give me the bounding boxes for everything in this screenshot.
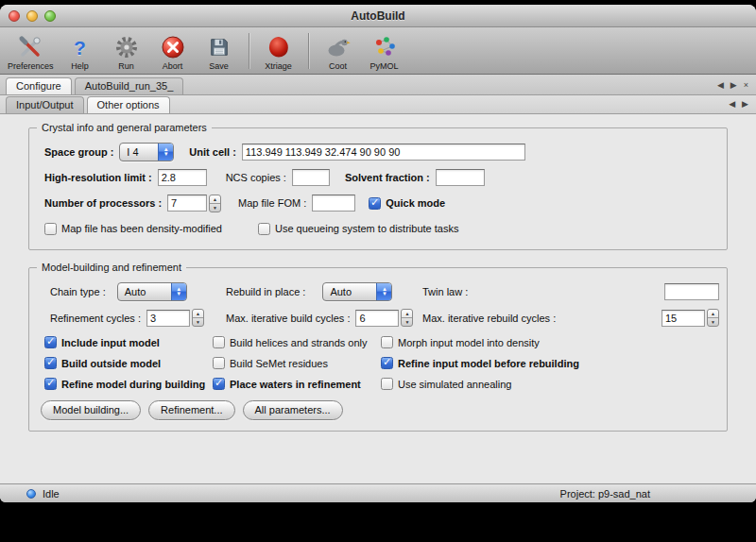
refinement-cycles-stepper[interactable]: ▲▼ [192, 309, 204, 327]
stepper-up-icon[interactable]: ▲ [210, 195, 220, 204]
preferences-icon [18, 34, 43, 60]
refinement-button[interactable]: Refinement... [148, 400, 234, 420]
model-form-grid: Chain type : Auto ▲▼ Rebuild in place : … [44, 282, 719, 327]
stepper-down-icon[interactable]: ▼ [708, 318, 718, 326]
status-text: Idle [43, 488, 60, 500]
model-building-button[interactable]: Model building... [41, 400, 141, 420]
tab-autobuild-run[interactable]: AutoBuild_run_35_ [75, 77, 184, 94]
space-group-dropdown[interactable]: I 4 ▲▼ [119, 143, 174, 161]
toolbar-label: Coot [329, 61, 347, 71]
checkbox-label: Refine input model before rebuilding [398, 358, 579, 369]
tab-scroll-right-icon[interactable]: ▶ [742, 100, 748, 109]
form-row: Number of processors : ▲▼ Map file FOM :… [44, 194, 719, 212]
build-cycles-stepper[interactable]: ▲▼ [401, 309, 413, 327]
solvent-fraction-input[interactable] [436, 169, 485, 186]
dropdown-value: Auto [118, 283, 171, 300]
all-parameters-button[interactable]: All parameters... [243, 400, 343, 420]
place-waters-checkbox[interactable]: Place waters in refinement [213, 378, 381, 390]
processors-input[interactable] [167, 195, 207, 212]
stepper-down-icon[interactable]: ▼ [402, 318, 412, 326]
model-building-section: Model-building and refinement Chain type… [28, 267, 728, 432]
refine-input-model-checkbox[interactable]: Refine input model before rebuilding [381, 357, 719, 369]
toolbar-button-save[interactable]: Save [199, 34, 239, 71]
rebuild-in-place-dropdown[interactable]: Auto ▲▼ [322, 282, 392, 301]
rebuild-cycles-stepper[interactable]: ▲▼ [707, 309, 719, 327]
toolbar-label: Help [71, 61, 89, 71]
zoom-window-button[interactable] [44, 10, 56, 22]
space-group-label: Space group : [44, 146, 113, 158]
toolbar-button-pymol[interactable]: PyMOL [365, 34, 404, 71]
stepper-down-icon[interactable]: ▼ [210, 204, 220, 212]
checkbox-icon [258, 223, 270, 235]
processors-stepper[interactable]: ▲▼ [209, 195, 221, 212]
tab-other-options[interactable]: Other options [87, 96, 170, 113]
options-panel: Crystal info and general parameters Spac… [0, 114, 756, 483]
stepper-up-icon[interactable]: ▲ [402, 310, 412, 318]
checkbox-icon [44, 336, 57, 348]
form-cell: Refinement cycles : ▲▼ [44, 309, 226, 327]
toolbar-button-xtriage[interactable]: Xtriage [259, 34, 299, 71]
build-semet-residues-checkbox[interactable]: Build SeMet residues [213, 357, 381, 369]
rebuild-in-place-label: Rebuild in place : [226, 286, 305, 297]
form-cell: Chain type : Auto ▲▼ [44, 282, 226, 301]
tab-configure[interactable]: Configure [6, 77, 72, 94]
refine-during-building-checkbox[interactable]: Refine model during building [44, 378, 213, 390]
refinement-cycles-input[interactable] [146, 310, 190, 327]
toolbar-button-preferences[interactable]: Preferences [8, 34, 54, 71]
checkbox-icon [369, 197, 381, 210]
status-dot-icon [26, 489, 36, 499]
simulated-annealing-checkbox[interactable]: Use simulated annealing [381, 378, 719, 390]
build-cycles-input[interactable] [355, 310, 399, 327]
save-floppy-icon [208, 34, 231, 60]
model-buttons-row: Model building... Refinement... All para… [41, 400, 719, 420]
rebuild-cycles-input[interactable] [662, 310, 705, 327]
window-controls [9, 10, 56, 22]
stepper-up-icon[interactable]: ▲ [708, 310, 718, 318]
checkbox-label: Include input model [61, 337, 160, 348]
checkbox-label: Build SeMet residues [230, 358, 328, 369]
tab-scroll-right-icon[interactable]: ▶ [730, 81, 737, 90]
checkbox-icon [213, 336, 225, 348]
form-cell: Rebuild in place : Auto ▲▼ [226, 282, 422, 301]
tab-close-icon[interactable]: × [744, 81, 748, 90]
toolbar-separator [308, 33, 309, 69]
stepper-down-icon[interactable]: ▼ [193, 318, 203, 326]
ncs-copies-input[interactable] [292, 169, 330, 186]
project-label: Project: p9-sad_nat [560, 488, 650, 500]
twin-law-input[interactable] [664, 283, 719, 300]
stepper-up-icon[interactable]: ▲ [193, 310, 203, 318]
chain-type-dropdown[interactable]: Auto ▲▼ [117, 282, 187, 301]
checkbox-icon [44, 378, 57, 390]
tab-scroll-left-icon[interactable]: ◀ [717, 81, 724, 90]
tab-scroll-left-icon[interactable]: ◀ [729, 100, 735, 109]
checkbox-icon [381, 357, 393, 369]
form-cell: Max. iterative build cycles : ▲▼ [226, 309, 422, 327]
dropdown-arrows-icon: ▲▼ [171, 283, 186, 300]
build-outside-model-checkbox[interactable]: Build outside model [44, 357, 213, 369]
rebuild-cycles-control: ▲▼ [662, 309, 719, 327]
morph-input-model-checkbox[interactable]: Morph input model into density [381, 336, 719, 348]
density-modified-checkbox[interactable]: Map file has been density-modified [44, 223, 222, 235]
include-input-model-checkbox[interactable]: Include input model [44, 336, 213, 348]
dropdown-arrows-icon: ▲▼ [376, 283, 391, 300]
map-fom-input[interactable] [312, 195, 355, 212]
ncs-copies-label: NCS copies : [226, 172, 286, 183]
tab-bar-controls: ◀ ▶ × [717, 81, 748, 94]
tab-input-output[interactable]: Input/Output [6, 96, 84, 113]
close-window-button[interactable] [9, 10, 20, 22]
options-tab-bar: Input/Output Other options ◀ ▶ [0, 95, 756, 114]
toolbar-button-abort[interactable]: Abort [153, 34, 193, 71]
toolbar-button-help[interactable]: ? Help [60, 34, 100, 71]
minimize-window-button[interactable] [26, 10, 38, 22]
toolbar-button-run[interactable]: Run [107, 34, 146, 71]
unit-cell-input[interactable] [242, 144, 525, 161]
toolbar-button-coot[interactable]: Coot [318, 34, 358, 71]
max-rebuild-cycles-label: Max. iterative rebuild cycles : [422, 313, 556, 324]
titlebar[interactable]: AutoBuild [0, 5, 756, 27]
run-tab-bar: Configure AutoBuild_run_35_ ◀ ▶ × [0, 75, 756, 95]
window-title: AutoBuild [0, 9, 756, 23]
high-res-input[interactable] [158, 169, 207, 186]
build-helices-strands-checkbox[interactable]: Build helices and strands only [213, 336, 381, 348]
quick-mode-checkbox[interactable]: Quick mode [369, 197, 445, 210]
queueing-system-checkbox[interactable]: Use queueing system to distribute tasks [258, 223, 458, 235]
